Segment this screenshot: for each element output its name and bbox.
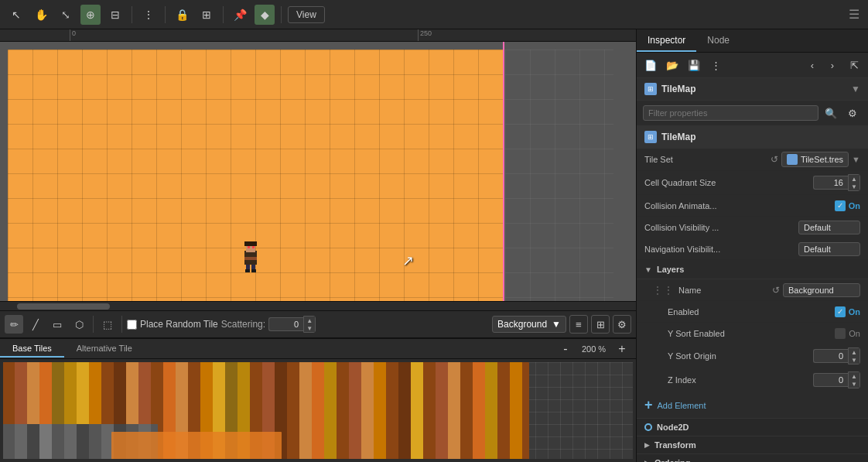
layer-enabled-checkbox[interactable]: ✓ [835,306,846,317]
more-btn[interactable]: ⋮ [706,56,725,74]
tileset-label: Tile Set [644,155,771,164]
pin-tool[interactable]: 📌 [230,5,250,25]
fill-tool[interactable]: ⬡ [70,315,88,334]
ordering-arrow-icon: ▶ [644,459,650,462]
pencil-tool[interactable]: ✏ [5,315,23,334]
ysort-origin-down[interactable]: ▼ [849,356,859,364]
zoom-out-button[interactable]: - [558,341,573,357]
zindex-down[interactable]: ▼ [849,380,859,388]
anchor-tool[interactable]: ⊞ [196,5,217,25]
transform-tool[interactable]: ⊟ [105,5,125,25]
zindex-input-group: ▲ ▼ [813,371,860,388]
layer-name: Background [497,319,547,330]
character-sprite [240,241,261,272]
divider-1 [132,6,132,23]
layer-enabled-row: Enabled ✓ On [637,301,868,323]
horizontal-scrollbar[interactable] [0,301,636,310]
filter-input[interactable] [643,105,818,121]
base-tiles-tab[interactable]: Base Tiles [0,341,64,358]
add-element-row[interactable]: + Add Element [637,392,868,419]
layer-drag-handle[interactable]: ⋮⋮ [652,284,674,296]
dark-grid-area [505,50,613,301]
ordering-header[interactable]: ▶ Ordering [637,454,868,462]
rect-tool[interactable]: ▭ [48,315,67,334]
cell-quadrant-up[interactable]: ▲ [849,175,859,183]
move-tool[interactable]: ✋ [31,5,51,25]
panel-toggle-button[interactable]: ☰ [846,7,862,22]
navigation-visibility-dropdown[interactable]: Default [798,242,860,256]
tilemap-header: ⊞ TileMap [637,126,868,149]
tileset-file-btn[interactable]: TileSet.tres [781,152,849,167]
inspector-tab[interactable]: Inspector [637,29,696,52]
layer-grid-btn[interactable]: ⊞ [591,315,610,334]
cell-quadrant-down[interactable]: ▼ [849,183,859,190]
ysort-label: Y Sort Enabled [668,329,835,338]
collision-animatable-checkbox[interactable]: ✓ [835,200,846,211]
tileset-row: Tile Set ↺ TileSet.tres ▼ [637,149,868,171]
node-dropdown[interactable]: TileMap [661,84,695,94]
scattering-up[interactable]: ▲ [304,317,315,324]
scattering-down[interactable]: ▼ [304,324,315,332]
shape-tool[interactable]: ◆ [255,5,275,25]
add-element-label: Add Element [658,401,706,410]
rotate-tool[interactable]: ⊕ [80,5,101,25]
scrollbar-thumb[interactable] [17,303,110,310]
tileset-dropdown-arrow[interactable]: ▼ [852,155,860,164]
open-btn[interactable]: 📂 [663,56,682,74]
layer-list-btn[interactable]: ≡ [569,315,588,334]
lock-tool[interactable]: 🔒 [172,5,192,25]
layer-name-reload-icon[interactable]: ↺ [772,285,780,296]
nav-back-btn[interactable]: ‹ [803,56,822,74]
erase-tool[interactable]: ⬚ [98,315,117,334]
scene-content[interactable]: ↗ [0,42,636,301]
transform-header[interactable]: ▶ Transform [637,436,868,453]
scale-tool[interactable]: ⤡ [56,5,76,25]
view-button[interactable]: View [288,6,325,23]
new-scene-btn[interactable]: 📄 [641,56,660,74]
tiles-grid[interactable] [0,359,636,462]
alternative-tiles-tab[interactable]: Alternative Tile [64,341,145,358]
inspector-toolbar: 📄 📂 💾 ⋮ ‹ › ⇱ [637,53,868,78]
bookmark-btn[interactable]: ⇱ [845,56,863,74]
layer-selector[interactable]: Background ▼ [492,316,566,333]
filter-options-icon[interactable]: ⚙ [843,104,862,122]
cell-quadrant-input[interactable] [813,176,848,190]
layer-settings-btn[interactable]: ⚙ [613,315,631,334]
node2d-section[interactable]: Node2D [637,419,868,436]
save-btn[interactable]: 💾 [685,56,703,74]
divider-2 [165,6,166,23]
main-area: 0 250 [0,29,868,462]
filter-search-icon[interactable]: 🔍 [822,104,840,122]
node-tab[interactable]: Node [696,29,740,52]
zindex-up[interactable]: ▲ [849,372,859,380]
collision-visibility-row: Collision Visibility ... Default [637,217,868,238]
tileset-reload-icon[interactable]: ↺ [771,154,778,165]
node-dropdown-arrow[interactable]: ▼ [851,84,860,94]
nav-forward-btn[interactable]: › [823,56,842,74]
node2d-icon [644,423,652,431]
horizontal-ruler: 0 250 [0,29,636,42]
collision-animatable-checkbox-group: ✓ On [835,200,860,211]
layer-name-input[interactable] [783,283,860,297]
cursor-tool[interactable]: ↖ [6,5,26,25]
line-tool[interactable]: ╱ [26,315,45,334]
tilemap-section-icon: ⊞ [644,131,657,143]
ysort-origin-row: Y Sort Origin ▲ ▼ [637,344,868,368]
navigation-visibility-value: Default [798,242,860,256]
ysort-checkbox[interactable] [835,328,846,339]
more-tool[interactable]: ⋮ [138,5,159,25]
collision-animatable-row: Collision Animata... ✓ On [637,195,868,217]
zoom-in-button[interactable]: + [614,341,630,357]
ysort-origin-up[interactable]: ▲ [849,348,859,356]
collision-visibility-label: Collision Visibility ... [644,223,798,232]
tiles-panel: Base Tiles Alternative Tile - 200 % + [0,338,636,462]
random-tile-checkbox[interactable] [127,320,137,330]
collision-visibility-dropdown[interactable]: Default [798,221,860,234]
zindex-input[interactable] [813,373,848,387]
layers-section-header[interactable]: ▼ Layers [637,260,868,279]
scattering-input[interactable] [268,317,303,331]
ruler-mark-0: 0 [70,29,76,41]
zindex-row: Z Index ▲ ▼ [637,368,868,392]
ysort-origin-input[interactable] [813,349,848,363]
layers-chevron-icon: ▼ [644,265,652,274]
